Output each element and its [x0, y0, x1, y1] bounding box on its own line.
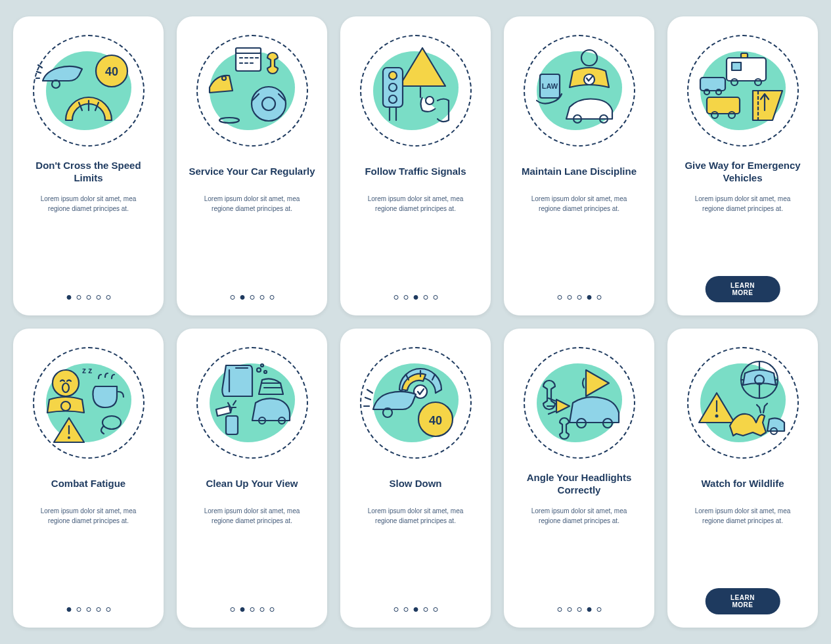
- card-title: Don't Cross the Speed Limits: [25, 158, 152, 185]
- pagination-dots[interactable]: [557, 607, 601, 612]
- svg-point-37: [261, 364, 263, 367]
- card-description: Lorem ipsum dolor sit amet, mea regione …: [516, 506, 642, 526]
- onboarding-card: 40 Don't Cross the Speed Limits Lorem ip…: [13, 16, 164, 315]
- svg-rect-41: [226, 416, 238, 434]
- onboarding-card: Watch for Wildlife Lorem ipsum dolor sit…: [667, 329, 818, 628]
- svg-text:LAW: LAW: [541, 82, 558, 90]
- card-description: Lorem ipsum dolor sit amet, mea regione …: [352, 194, 479, 214]
- card-title: Angle Your Headlights Correctly: [516, 471, 642, 497]
- headlights-icon: [524, 347, 635, 459]
- onboarding-card: LAW Maintain Lane Discipline Lorem ipsum…: [504, 16, 654, 315]
- combat-fatigue-icon: z z: [33, 347, 145, 459]
- svg-point-36: [257, 368, 261, 372]
- card-description: Lorem ipsum dolor sit amet, mea regione …: [189, 194, 315, 214]
- clean-view-icon: [196, 347, 308, 459]
- svg-rect-27: [707, 97, 740, 114]
- speed-limit-icon: 40: [33, 35, 145, 147]
- card-description: Lorem ipsum dolor sit amet, mea regione …: [679, 506, 806, 526]
- svg-point-50: [715, 415, 718, 418]
- onboarding-card: Give Way for Emergency Vehicles Lorem ip…: [667, 16, 818, 315]
- svg-point-6: [252, 87, 286, 121]
- wildlife-icon: [687, 347, 799, 459]
- card-title: Clean Up Your View: [206, 471, 298, 497]
- svg-text:40: 40: [428, 414, 441, 427]
- onboarding-card: z z Combat Fatigue Lorem ipsum dolor sit…: [13, 329, 164, 628]
- card-title: Maintain Lane Discipline: [522, 158, 637, 185]
- svg-point-34: [102, 416, 121, 429]
- pagination-dots[interactable]: [66, 607, 110, 612]
- pagination-dots[interactable]: [393, 295, 438, 300]
- learn-more-button[interactable]: LEARN MORE: [705, 276, 780, 302]
- svg-rect-21: [741, 53, 748, 58]
- emergency-vehicles-icon: [687, 35, 799, 147]
- onboarding-card: Angle Your Headlights Correctly Lorem ip…: [504, 329, 654, 628]
- svg-point-38: [264, 371, 267, 373]
- onboarding-card: 40 Slow Down Lorem ipsum dolor sit amet,…: [340, 329, 491, 628]
- card-description: Lorem ipsum dolor sit amet, mea regione …: [352, 506, 479, 526]
- svg-rect-3: [236, 51, 261, 71]
- card-description: Lorem ipsum dolor sit amet, mea regione …: [25, 506, 152, 526]
- card-grid: 40 Don't Cross the Speed Limits Lorem ip…: [13, 16, 818, 628]
- learn-more-button[interactable]: LEARN MORE: [705, 588, 780, 614]
- pagination-dots[interactable]: [66, 295, 110, 300]
- card-description: Lorem ipsum dolor sit amet, mea regione …: [189, 506, 315, 526]
- card-title: Follow Traffic Signals: [365, 158, 466, 185]
- svg-rect-4: [236, 48, 261, 53]
- slow-down-icon: 40: [360, 347, 472, 459]
- card-title: Give Way for Emergency Vehicles: [679, 158, 806, 185]
- card-title: Watch for Wildlife: [702, 471, 784, 497]
- card-title: Combat Fatigue: [51, 471, 125, 497]
- svg-rect-24: [700, 78, 725, 91]
- pagination-dots[interactable]: [230, 607, 274, 612]
- onboarding-card: Follow Traffic Signals Lorem ipsum dolor…: [340, 16, 491, 315]
- pagination-dots[interactable]: [393, 607, 438, 612]
- card-description: Lorem ipsum dolor sit amet, mea regione …: [25, 194, 152, 214]
- svg-text:40: 40: [104, 65, 118, 78]
- car-service-icon: [196, 35, 308, 147]
- lane-discipline-icon: LAW: [524, 35, 635, 147]
- svg-point-10: [389, 72, 397, 80]
- card-title: Slow Down: [390, 471, 442, 497]
- svg-point-13: [581, 50, 597, 66]
- card-description: Lorem ipsum dolor sit amet, mea regione …: [516, 194, 642, 214]
- pagination-dots[interactable]: [230, 295, 274, 300]
- svg-point-35: [68, 436, 70, 439]
- pagination-dots[interactable]: [557, 295, 601, 300]
- card-description: Lorem ipsum dolor sit amet, mea regione …: [679, 194, 806, 214]
- traffic-signals-icon: [360, 35, 472, 147]
- svg-rect-20: [732, 62, 741, 70]
- card-title: Service Your Car Regularly: [189, 158, 315, 185]
- onboarding-card: Clean Up Your View Lorem ipsum dolor sit…: [177, 329, 327, 628]
- svg-point-8: [219, 118, 239, 123]
- svg-text:z z: z z: [82, 366, 92, 375]
- onboarding-card: Service Your Car Regularly Lorem ipsum d…: [177, 16, 327, 315]
